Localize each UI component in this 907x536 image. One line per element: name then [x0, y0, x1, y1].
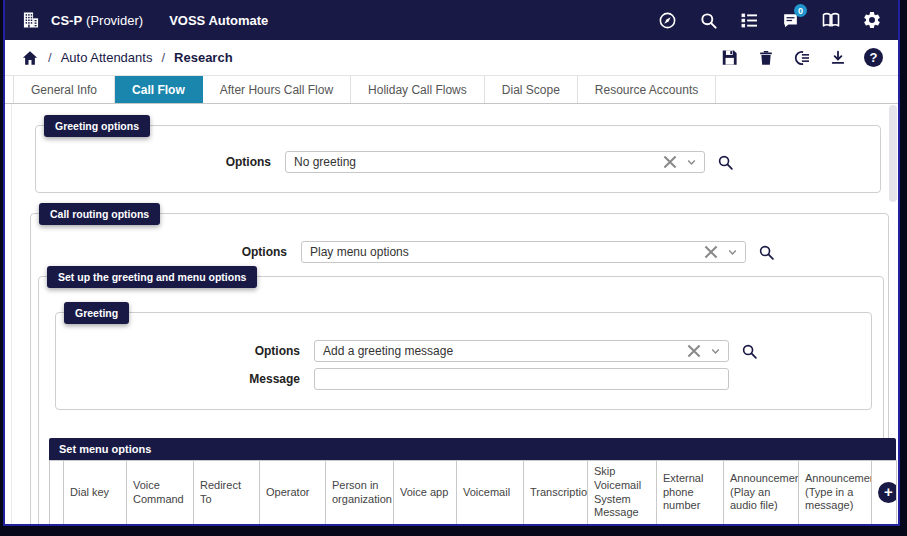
numbered-list-icon[interactable] — [739, 10, 759, 30]
chat-count-badge: 0 — [794, 4, 807, 17]
record-action-icons: ? — [720, 48, 883, 67]
greeting-message-input[interactable] — [314, 368, 729, 390]
search-icon[interactable] — [698, 10, 718, 30]
greeting-section: Greeting Options Add a greeting message — [55, 312, 872, 410]
set-menu-options-title: Set menu options — [49, 438, 896, 460]
lookup-search-icon[interactable] — [741, 343, 758, 360]
call-flow-content: Greeting options Options No greeting Cal… — [5, 104, 898, 524]
row-handle-column — [50, 461, 64, 525]
breadcrumb-separator: / — [48, 50, 52, 65]
chevron-down-icon[interactable] — [727, 247, 738, 258]
lookup-search-icon[interactable] — [717, 154, 734, 171]
top-bar: CS-P (Provider) VOSS Automate 0 — [5, 0, 898, 40]
app-window: CS-P (Provider) VOSS Automate 0 — [3, 0, 900, 526]
tab-resource-accounts[interactable]: Resource Accounts — [578, 76, 716, 103]
tab-dial-scope[interactable]: Dial Scope — [485, 76, 578, 103]
greeting-message-options-value: Add a greeting message — [315, 344, 686, 358]
window-frame: CS-P (Provider) VOSS Automate 0 — [0, 0, 907, 536]
col-announcement-message: Announcement (Type in a message) — [799, 461, 872, 525]
breadcrumb-auto-attendants[interactable]: Auto Attendants — [61, 50, 153, 65]
greeting-message-options-label: Options — [56, 344, 300, 358]
tab-after-hours-call-flow[interactable]: After Hours Call Flow — [203, 76, 351, 103]
greeting-section-title: Greeting — [64, 302, 129, 324]
greeting-options-label: Options — [36, 155, 271, 169]
greeting-message-label: Message — [56, 372, 300, 386]
call-routing-options-section: Call routing options Options Play menu o… — [30, 213, 889, 524]
set-menu-options-table: Set menu options Dial key Voice Command … — [49, 438, 896, 524]
chevron-down-icon[interactable] — [686, 157, 697, 168]
add-row-column: + — [872, 461, 897, 525]
tab-bar: General Info Call Flow After Hours Call … — [5, 76, 898, 104]
col-voice-app: Voice app — [394, 461, 457, 525]
help-icon[interactable]: ? — [864, 48, 883, 67]
setup-section-title: Set up the greeting and menu options — [47, 266, 257, 288]
org-role: (Provider) — [86, 13, 143, 28]
breadcrumb-separator: / — [161, 50, 165, 65]
col-dial-key: Dial key — [64, 461, 127, 525]
breadcrumb-toolbar: / Auto Attendants / Research ? — [5, 40, 898, 76]
greeting-message-options-select[interactable]: Add a greeting message — [314, 340, 729, 362]
save-icon[interactable] — [720, 48, 739, 67]
export-download-icon[interactable] — [828, 48, 847, 67]
clear-icon[interactable] — [703, 244, 719, 260]
col-voicemail: Voicemail — [457, 461, 524, 525]
chevron-down-icon[interactable] — [710, 346, 721, 357]
tab-call-flow[interactable]: Call Flow — [115, 76, 203, 103]
col-announcement-audio: Announcement (Play an audio file) — [724, 461, 799, 525]
col-voice-command: Voice Command — [127, 461, 194, 525]
scrollbar-thumb[interactable] — [889, 105, 897, 202]
greeting-options-select[interactable]: No greeting — [285, 151, 705, 173]
add-row-button[interactable]: + — [878, 482, 897, 503]
delete-icon[interactable] — [756, 48, 775, 67]
table-header-row: Dial key Voice Command Redirect To Opera… — [50, 461, 897, 525]
clear-icon[interactable] — [686, 343, 702, 359]
setup-greeting-menu-section: Set up the greeting and menu options Gre… — [38, 276, 884, 524]
col-operator: Operator — [260, 461, 326, 525]
topbar-icon-group: 0 — [657, 10, 882, 30]
col-transcription: Transcription — [524, 461, 588, 525]
book-icon[interactable] — [821, 10, 841, 30]
tab-general-info[interactable]: General Info — [13, 76, 115, 103]
transactions-icon[interactable] — [792, 48, 811, 67]
clear-icon[interactable] — [662, 154, 678, 170]
call-routing-section-title: Call routing options — [39, 203, 160, 225]
tab-holiday-call-flows[interactable]: Holiday Call Flows — [351, 76, 485, 103]
col-skip-voicemail-system-message: Skip Voicemail System Message — [588, 461, 657, 525]
org-name[interactable]: CS-P — [51, 13, 82, 28]
breadcrumb-research: Research — [174, 50, 233, 65]
app-title: VOSS Automate — [169, 13, 268, 28]
call-routing-options-value: Play menu options — [302, 245, 703, 259]
greeting-options-section: Greeting options Options No greeting — [35, 125, 881, 193]
greeting-options-value: No greeting — [286, 155, 662, 169]
call-routing-options-label: Options — [31, 245, 287, 259]
building-icon — [21, 10, 41, 30]
compass-icon[interactable] — [657, 10, 677, 30]
gear-icon[interactable] — [862, 10, 882, 30]
greeting-options-section-title: Greeting options — [44, 115, 150, 137]
panel-edge-line — [11, 104, 12, 524]
home-icon[interactable] — [20, 48, 39, 67]
col-person-in-organization: Person in organization — [326, 461, 394, 525]
col-external-phone-number: External phone number — [657, 461, 724, 525]
col-redirect-to: Redirect To — [194, 461, 260, 525]
lookup-search-icon[interactable] — [758, 244, 775, 261]
chat-icon[interactable]: 0 — [780, 10, 800, 30]
call-routing-options-select[interactable]: Play menu options — [301, 241, 746, 263]
